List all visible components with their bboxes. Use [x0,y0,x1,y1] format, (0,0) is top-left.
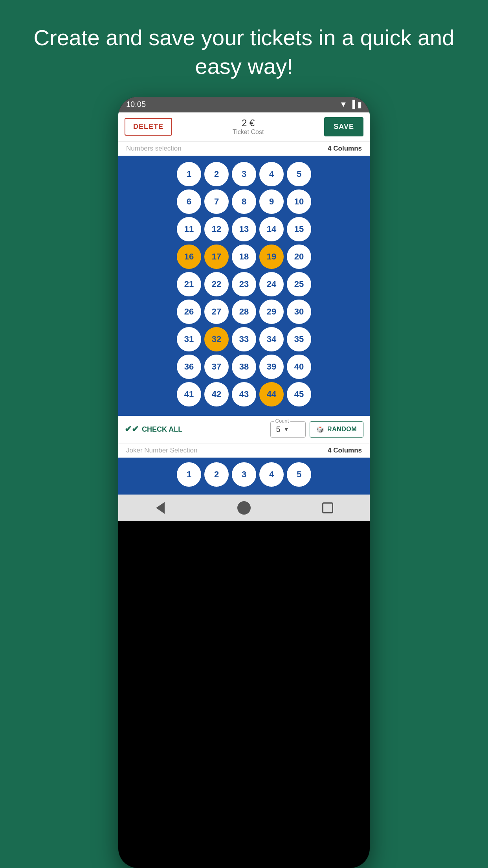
number-ball-23[interactable]: 23 [232,272,256,296]
number-ball-18[interactable]: 18 [232,245,256,269]
number-ball-10[interactable]: 10 [287,189,311,214]
number-ball-28[interactable]: 28 [232,300,256,324]
save-button[interactable]: SAVE [324,117,363,136]
nav-back-icon [156,502,165,514]
nav-back-button[interactable] [152,500,168,516]
number-ball-42[interactable]: 42 [204,382,229,406]
wifi-icon: ▼ [339,100,347,109]
number-ball-20[interactable]: 20 [287,245,311,269]
number-ball-31[interactable]: 31 [177,327,201,351]
nav-home-icon [237,501,251,515]
number-ball-9[interactable]: 9 [259,189,284,214]
bottom-controls: ✔✔ CHECK ALL Count 5 ▼ 🎲 RANDOM [118,416,370,443]
nav-recent-button[interactable] [320,500,336,516]
number-ball-22[interactable]: 22 [204,272,229,296]
number-ball-21[interactable]: 21 [177,272,201,296]
number-ball-5[interactable]: 5 [287,162,311,186]
number-row: 1112131415 [122,217,366,241]
number-row: 2122232425 [122,272,366,296]
random-label: RANDOM [327,426,357,433]
delete-button[interactable]: DELETE [125,118,172,136]
numbers-section-header: Numbers selection 4 Columns [118,142,370,156]
ticket-cost-label: Ticket Cost [233,129,264,136]
toolbar: DELETE 2 € Ticket Cost SAVE [118,112,370,141]
number-ball-36[interactable]: 36 [177,355,201,379]
number-ball-3[interactable]: 3 [232,162,256,186]
count-value: 5 [276,425,281,434]
joker-section-label: Joker Number Selection [126,447,197,454]
nav-recent-icon [322,502,333,513]
number-grid: 1234567891011121314151617181920212223242… [118,156,370,416]
number-ball-45[interactable]: 45 [287,382,311,406]
header-tagline: Create and save your tickets in a quick … [0,0,488,97]
number-ball-19[interactable]: 19 [259,245,284,269]
number-ball-11[interactable]: 11 [177,217,201,241]
number-ball-15[interactable]: 15 [287,217,311,241]
number-ball-32[interactable]: 32 [204,327,229,351]
number-ball-43[interactable]: 43 [232,382,256,406]
number-ball-16[interactable]: 16 [177,245,201,269]
joker-section-header: Joker Number Selection 4 Columns [118,443,370,458]
number-row: 678910 [122,189,366,214]
number-ball-38[interactable]: 38 [232,355,256,379]
random-icon: 🎲 [316,426,325,433]
ticket-cost-value: 2 € [233,118,264,129]
phone-container: 10:05 ▼ ▐ ▮ DELETE 2 € Ticket Cost SAVE … [118,97,370,868]
number-ball-37[interactable]: 37 [204,355,229,379]
number-row: 12345 [122,162,366,186]
status-time: 10:05 [126,100,146,109]
number-ball-44[interactable]: 44 [259,382,284,406]
number-ball-14[interactable]: 14 [259,217,284,241]
number-row: 1617181920 [122,245,366,269]
number-ball-12[interactable]: 12 [204,217,229,241]
number-ball-33[interactable]: 33 [232,327,256,351]
signal-icon: ▐ [350,100,355,109]
number-ball-2[interactable]: 2 [204,162,229,186]
count-dropdown-icon: ▼ [284,426,289,432]
joker-ball-3[interactable]: 3 [232,462,256,487]
joker-number-row: 12345 [122,462,366,487]
numbers-section-label: Numbers selection [126,145,182,153]
number-ball-6[interactable]: 6 [177,189,201,214]
number-ball-1[interactable]: 1 [177,162,201,186]
number-ball-27[interactable]: 27 [204,300,229,324]
random-button[interactable]: 🎲 RANDOM [310,421,364,438]
number-ball-26[interactable]: 26 [177,300,201,324]
nav-home-button[interactable] [236,500,252,516]
number-row: 3637383940 [122,355,366,379]
number-ball-25[interactable]: 25 [287,272,311,296]
number-ball-39[interactable]: 39 [259,355,284,379]
joker-ball-4[interactable]: 4 [259,462,284,487]
number-ball-40[interactable]: 40 [287,355,311,379]
joker-ball-1[interactable]: 1 [177,462,201,487]
ticket-cost-display: 2 € Ticket Cost [233,118,264,136]
number-ball-7[interactable]: 7 [204,189,229,214]
number-ball-13[interactable]: 13 [232,217,256,241]
battery-icon: ▮ [358,100,362,109]
phone-screen: DELETE 2 € Ticket Cost SAVE Numbers sele… [118,112,370,495]
joker-grid: 12345 [118,458,370,495]
number-ball-41[interactable]: 41 [177,382,201,406]
check-all-button[interactable]: ✔✔ CHECK ALL [125,424,266,434]
number-ball-24[interactable]: 24 [259,272,284,296]
count-selector[interactable]: Count 5 ▼ [270,421,306,438]
number-row: 3132333435 [122,327,366,351]
numbers-columns-label: 4 Columns [328,145,362,153]
status-bar: 10:05 ▼ ▐ ▮ [118,97,370,112]
number-ball-35[interactable]: 35 [287,327,311,351]
number-ball-17[interactable]: 17 [204,245,229,269]
joker-ball-5[interactable]: 5 [287,462,311,487]
number-ball-30[interactable]: 30 [287,300,311,324]
nav-bar [118,495,370,521]
check-all-icon: ✔✔ [125,424,139,434]
number-ball-8[interactable]: 8 [232,189,256,214]
number-ball-34[interactable]: 34 [259,327,284,351]
number-ball-4[interactable]: 4 [259,162,284,186]
count-label: Count [274,418,291,424]
joker-ball-2[interactable]: 2 [204,462,229,487]
number-row: 2627282930 [122,300,366,324]
number-ball-29[interactable]: 29 [259,300,284,324]
check-all-label: CHECK ALL [142,425,182,434]
joker-columns-label: 4 Columns [328,447,362,454]
number-row: 4142434445 [122,382,366,406]
